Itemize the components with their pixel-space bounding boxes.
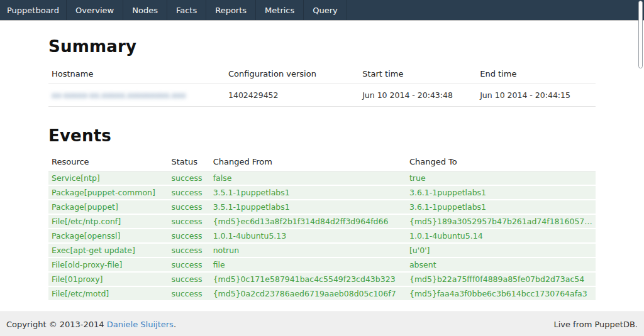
event-changed-to: true bbox=[406, 171, 596, 186]
nav-item-overview[interactable]: Overview bbox=[67, 0, 123, 20]
scrollbar-thumb[interactable] bbox=[638, 1, 643, 68]
navbar-brand[interactable]: Puppetboard bbox=[0, 0, 67, 20]
event-status-badge: success bbox=[169, 214, 210, 229]
event-changed-to: {md5}189a3052957b47b261ad74f181605716 bbox=[406, 214, 596, 229]
summary-header-row: Hostname Configuration version Start tim… bbox=[48, 64, 596, 84]
events-table: Resource Status Changed From Changed To … bbox=[48, 153, 596, 301]
event-status-badge: success bbox=[169, 286, 210, 301]
nav-item-reports[interactable]: Reports bbox=[206, 0, 256, 20]
summary-col-configuration-version: Configuration version bbox=[225, 64, 359, 84]
nav-item-metrics[interactable]: Metrics bbox=[256, 0, 304, 20]
navbar-spacer bbox=[347, 0, 644, 20]
event-changed-from: 3.5.1-1puppetlabs1 bbox=[210, 200, 406, 214]
summary-heading: Summary bbox=[48, 37, 596, 56]
summary-hostname-cell: xx-xxxxx-xx.xxxxx.xxxxxxxxx.xxx bbox=[48, 84, 225, 107]
navbar: Puppetboard Overview Nodes Facts Reports… bbox=[0, 0, 644, 20]
summary-start-time: Jun 10 2014 - 20:43:48 bbox=[359, 84, 477, 107]
main-content: Summary Hostname Configuration version S… bbox=[0, 20, 644, 312]
event-resource: Exec[apt-get update] bbox=[48, 243, 169, 257]
events-col-status: Status bbox=[169, 153, 210, 171]
event-changed-from: {md5}0c171e587941bac4c5549f23cd43b323 bbox=[210, 272, 406, 286]
event-changed-from: {md5}0a2cd23786aed6719aaeb08d05c106f7 bbox=[210, 286, 406, 301]
copyright-text: Copyright © 2013-2014 Daniele Sluijters. bbox=[6, 320, 176, 329]
event-resource: Package[puppet] bbox=[48, 200, 169, 214]
live-from-puppetdb-text: Live from PuppetDB. bbox=[553, 320, 638, 329]
nav-item-query[interactable]: Query bbox=[304, 0, 347, 20]
event-changed-to: 3.6.1-1puppetlabs1 bbox=[406, 200, 596, 214]
event-resource: Package[openssl] bbox=[48, 229, 169, 243]
event-resource: Service[ntp] bbox=[48, 171, 169, 186]
event-status-badge: success bbox=[169, 272, 210, 286]
events-col-resource: Resource bbox=[48, 153, 169, 171]
summary-table: Hostname Configuration version Start tim… bbox=[48, 64, 596, 107]
event-changed-to: {md5}b22a75fff0f4889a85fe07bd2d73ac54 bbox=[406, 272, 596, 286]
event-changed-from: 1.0.1-4ubuntu5.13 bbox=[210, 229, 406, 243]
event-resource: File[old-proxy-file] bbox=[48, 257, 169, 272]
events-header-row: Resource Status Changed From Changed To bbox=[48, 153, 596, 171]
event-changed-to: [u'0'] bbox=[406, 243, 596, 257]
event-row: File[old-proxy-file] success file absent bbox=[48, 257, 596, 272]
event-row: Exec[apt-get update] success notrun [u'0… bbox=[48, 243, 596, 257]
event-row: Service[ntp] success false true bbox=[48, 171, 596, 186]
event-resource: File[01proxy] bbox=[48, 272, 169, 286]
event-status-badge: success bbox=[169, 257, 210, 272]
event-resource: Package[puppet-common] bbox=[48, 185, 169, 200]
author-link[interactable]: Daniele Sluijters bbox=[107, 320, 174, 329]
footer: Copyright © 2013-2014 Daniele Sluijters.… bbox=[0, 312, 644, 336]
event-status-badge: success bbox=[169, 229, 210, 243]
event-changed-from: false bbox=[210, 171, 406, 186]
event-changed-to: 1.0.1-4ubuntu5.14 bbox=[406, 229, 596, 243]
event-changed-from: notrun bbox=[210, 243, 406, 257]
event-row: Package[openssl] success 1.0.1-4ubuntu5.… bbox=[48, 229, 596, 243]
event-resource: File[/etc/ntp.conf] bbox=[48, 214, 169, 229]
event-status-badge: success bbox=[169, 243, 210, 257]
summary-configuration-version: 1402429452 bbox=[225, 84, 359, 107]
hostname-link-redacted[interactable]: xx-xxxxx-xx.xxxxx.xxxxxxxxx.xxx bbox=[52, 90, 186, 100]
event-changed-from: file bbox=[210, 257, 406, 272]
summary-row: xx-xxxxx-xx.xxxxx.xxxxxxxxx.xxx 14024294… bbox=[48, 84, 596, 107]
events-body: Service[ntp] success false true Package[… bbox=[48, 171, 596, 301]
event-changed-to: {md5}faa4a3f0bbe6c3b614bcc1730764afa3 bbox=[406, 286, 596, 301]
event-status-badge: success bbox=[169, 171, 210, 186]
event-row: Package[puppet] success 3.5.1-1puppetlab… bbox=[48, 200, 596, 214]
summary-col-hostname: Hostname bbox=[48, 64, 225, 84]
event-resource: File[/etc/motd] bbox=[48, 286, 169, 301]
copyright-suffix: . bbox=[174, 320, 176, 329]
events-heading: Events bbox=[48, 126, 596, 145]
event-status-badge: success bbox=[169, 185, 210, 200]
event-row: File[01proxy] success {md5}0c171e587941b… bbox=[48, 272, 596, 286]
summary-col-end-time: End time bbox=[477, 64, 596, 84]
event-status-badge: success bbox=[169, 200, 210, 214]
events-col-changed-from: Changed From bbox=[210, 153, 406, 171]
event-row: File[/etc/ntp.conf] success {md5}ec6d13a… bbox=[48, 214, 596, 229]
nav-item-facts[interactable]: Facts bbox=[167, 0, 206, 20]
event-row: File[/etc/motd] success {md5}0a2cd23786a… bbox=[48, 286, 596, 301]
summary-end-time: Jun 10 2014 - 20:44:15 bbox=[477, 84, 596, 107]
event-row: Package[puppet-common] success 3.5.1-1pu… bbox=[48, 185, 596, 200]
event-changed-to: 3.6.1-1puppetlabs1 bbox=[406, 185, 596, 200]
event-changed-to: absent bbox=[406, 257, 596, 272]
event-changed-from: 3.5.1-1puppetlabs1 bbox=[210, 185, 406, 200]
nav-item-nodes[interactable]: Nodes bbox=[123, 0, 167, 20]
event-changed-from: {md5}ec6d13a8f2b1f314d84d2ff3d964fd66 bbox=[210, 214, 406, 229]
copyright-prefix: Copyright © 2013-2014 bbox=[6, 320, 107, 329]
summary-col-start-time: Start time bbox=[359, 64, 477, 84]
events-col-changed-to: Changed To bbox=[406, 153, 596, 171]
